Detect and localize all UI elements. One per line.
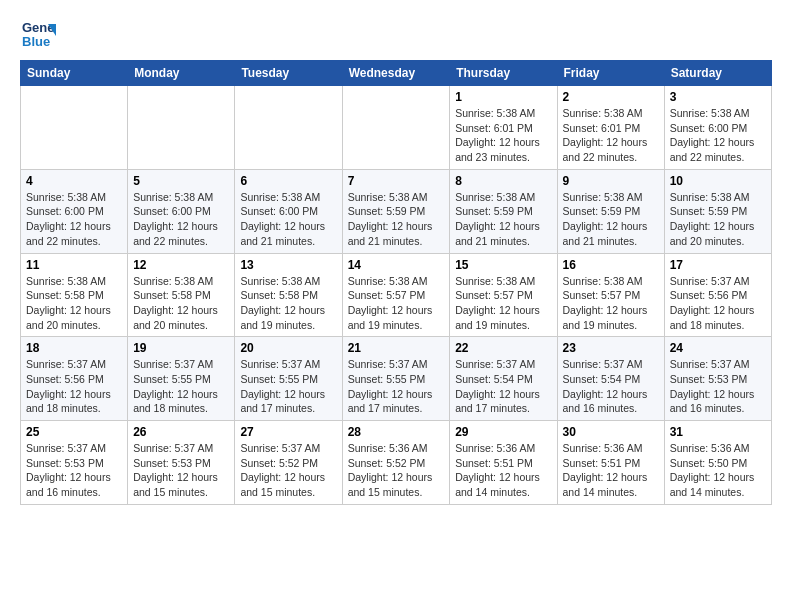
page-header: General Blue <box>20 16 772 52</box>
calendar-cell: 17Sunrise: 5:37 AM Sunset: 5:56 PM Dayli… <box>664 253 771 337</box>
day-info: Sunrise: 5:38 AM Sunset: 5:59 PM Dayligh… <box>563 190 659 249</box>
day-info: Sunrise: 5:36 AM Sunset: 5:52 PM Dayligh… <box>348 441 445 500</box>
day-info: Sunrise: 5:38 AM Sunset: 5:58 PM Dayligh… <box>133 274 229 333</box>
day-info: Sunrise: 5:37 AM Sunset: 5:55 PM Dayligh… <box>240 357 336 416</box>
day-number: 22 <box>455 341 551 355</box>
weekday-header-sunday: Sunday <box>21 61 128 86</box>
day-number: 31 <box>670 425 766 439</box>
calendar-cell: 26Sunrise: 5:37 AM Sunset: 5:53 PM Dayli… <box>128 421 235 505</box>
day-info: Sunrise: 5:37 AM Sunset: 5:56 PM Dayligh… <box>26 357 122 416</box>
day-info: Sunrise: 5:38 AM Sunset: 6:00 PM Dayligh… <box>670 106 766 165</box>
weekday-header-monday: Monday <box>128 61 235 86</box>
weekday-header-tuesday: Tuesday <box>235 61 342 86</box>
calendar-cell: 10Sunrise: 5:38 AM Sunset: 5:59 PM Dayli… <box>664 169 771 253</box>
day-info: Sunrise: 5:38 AM Sunset: 5:57 PM Dayligh… <box>348 274 445 333</box>
calendar-cell: 20Sunrise: 5:37 AM Sunset: 5:55 PM Dayli… <box>235 337 342 421</box>
day-info: Sunrise: 5:36 AM Sunset: 5:51 PM Dayligh… <box>455 441 551 500</box>
calendar-cell: 4Sunrise: 5:38 AM Sunset: 6:00 PM Daylig… <box>21 169 128 253</box>
calendar-cell: 11Sunrise: 5:38 AM Sunset: 5:58 PM Dayli… <box>21 253 128 337</box>
day-number: 10 <box>670 174 766 188</box>
day-number: 20 <box>240 341 336 355</box>
day-number: 12 <box>133 258 229 272</box>
day-info: Sunrise: 5:37 AM Sunset: 5:52 PM Dayligh… <box>240 441 336 500</box>
calendar-table: SundayMondayTuesdayWednesdayThursdayFrid… <box>20 60 772 505</box>
day-number: 11 <box>26 258 122 272</box>
calendar-cell: 14Sunrise: 5:38 AM Sunset: 5:57 PM Dayli… <box>342 253 450 337</box>
day-number: 2 <box>563 90 659 104</box>
calendar-week-row: 25Sunrise: 5:37 AM Sunset: 5:53 PM Dayli… <box>21 421 772 505</box>
calendar-week-row: 18Sunrise: 5:37 AM Sunset: 5:56 PM Dayli… <box>21 337 772 421</box>
calendar-cell <box>342 86 450 170</box>
day-info: Sunrise: 5:37 AM Sunset: 5:55 PM Dayligh… <box>133 357 229 416</box>
day-info: Sunrise: 5:37 AM Sunset: 5:55 PM Dayligh… <box>348 357 445 416</box>
day-number: 9 <box>563 174 659 188</box>
calendar-cell: 25Sunrise: 5:37 AM Sunset: 5:53 PM Dayli… <box>21 421 128 505</box>
day-number: 1 <box>455 90 551 104</box>
day-info: Sunrise: 5:38 AM Sunset: 6:01 PM Dayligh… <box>455 106 551 165</box>
day-number: 28 <box>348 425 445 439</box>
calendar-cell: 23Sunrise: 5:37 AM Sunset: 5:54 PM Dayli… <box>557 337 664 421</box>
day-number: 16 <box>563 258 659 272</box>
day-number: 15 <box>455 258 551 272</box>
day-number: 4 <box>26 174 122 188</box>
calendar-cell: 1Sunrise: 5:38 AM Sunset: 6:01 PM Daylig… <box>450 86 557 170</box>
day-number: 6 <box>240 174 336 188</box>
calendar-cell: 28Sunrise: 5:36 AM Sunset: 5:52 PM Dayli… <box>342 421 450 505</box>
calendar-cell: 12Sunrise: 5:38 AM Sunset: 5:58 PM Dayli… <box>128 253 235 337</box>
day-info: Sunrise: 5:38 AM Sunset: 5:58 PM Dayligh… <box>26 274 122 333</box>
day-info: Sunrise: 5:38 AM Sunset: 6:00 PM Dayligh… <box>240 190 336 249</box>
day-info: Sunrise: 5:38 AM Sunset: 5:59 PM Dayligh… <box>348 190 445 249</box>
day-number: 24 <box>670 341 766 355</box>
day-info: Sunrise: 5:37 AM Sunset: 5:54 PM Dayligh… <box>563 357 659 416</box>
calendar-cell: 7Sunrise: 5:38 AM Sunset: 5:59 PM Daylig… <box>342 169 450 253</box>
day-number: 8 <box>455 174 551 188</box>
calendar-cell: 5Sunrise: 5:38 AM Sunset: 6:00 PM Daylig… <box>128 169 235 253</box>
day-info: Sunrise: 5:36 AM Sunset: 5:51 PM Dayligh… <box>563 441 659 500</box>
calendar-cell: 31Sunrise: 5:36 AM Sunset: 5:50 PM Dayli… <box>664 421 771 505</box>
day-info: Sunrise: 5:37 AM Sunset: 5:53 PM Dayligh… <box>670 357 766 416</box>
day-info: Sunrise: 5:38 AM Sunset: 5:59 PM Dayligh… <box>455 190 551 249</box>
calendar-cell: 29Sunrise: 5:36 AM Sunset: 5:51 PM Dayli… <box>450 421 557 505</box>
day-number: 21 <box>348 341 445 355</box>
day-number: 26 <box>133 425 229 439</box>
day-info: Sunrise: 5:38 AM Sunset: 5:57 PM Dayligh… <box>455 274 551 333</box>
day-info: Sunrise: 5:38 AM Sunset: 6:01 PM Dayligh… <box>563 106 659 165</box>
calendar-cell: 15Sunrise: 5:38 AM Sunset: 5:57 PM Dayli… <box>450 253 557 337</box>
day-number: 25 <box>26 425 122 439</box>
calendar-cell: 19Sunrise: 5:37 AM Sunset: 5:55 PM Dayli… <box>128 337 235 421</box>
calendar-cell: 24Sunrise: 5:37 AM Sunset: 5:53 PM Dayli… <box>664 337 771 421</box>
day-info: Sunrise: 5:38 AM Sunset: 5:59 PM Dayligh… <box>670 190 766 249</box>
calendar-cell: 16Sunrise: 5:38 AM Sunset: 5:57 PM Dayli… <box>557 253 664 337</box>
svg-text:Blue: Blue <box>22 34 50 49</box>
logo-icon: General Blue <box>20 16 56 52</box>
calendar-cell: 3Sunrise: 5:38 AM Sunset: 6:00 PM Daylig… <box>664 86 771 170</box>
day-info: Sunrise: 5:37 AM Sunset: 5:54 PM Dayligh… <box>455 357 551 416</box>
day-number: 7 <box>348 174 445 188</box>
day-info: Sunrise: 5:38 AM Sunset: 6:00 PM Dayligh… <box>26 190 122 249</box>
day-number: 13 <box>240 258 336 272</box>
day-number: 23 <box>563 341 659 355</box>
day-info: Sunrise: 5:36 AM Sunset: 5:50 PM Dayligh… <box>670 441 766 500</box>
day-number: 18 <box>26 341 122 355</box>
day-number: 17 <box>670 258 766 272</box>
day-number: 14 <box>348 258 445 272</box>
calendar-cell: 13Sunrise: 5:38 AM Sunset: 5:58 PM Dayli… <box>235 253 342 337</box>
calendar-week-row: 11Sunrise: 5:38 AM Sunset: 5:58 PM Dayli… <box>21 253 772 337</box>
day-info: Sunrise: 5:37 AM Sunset: 5:53 PM Dayligh… <box>26 441 122 500</box>
day-number: 29 <box>455 425 551 439</box>
calendar-cell: 8Sunrise: 5:38 AM Sunset: 5:59 PM Daylig… <box>450 169 557 253</box>
day-info: Sunrise: 5:37 AM Sunset: 5:56 PM Dayligh… <box>670 274 766 333</box>
calendar-cell <box>235 86 342 170</box>
calendar-week-row: 1Sunrise: 5:38 AM Sunset: 6:01 PM Daylig… <box>21 86 772 170</box>
weekday-header-thursday: Thursday <box>450 61 557 86</box>
calendar-cell: 21Sunrise: 5:37 AM Sunset: 5:55 PM Dayli… <box>342 337 450 421</box>
day-number: 27 <box>240 425 336 439</box>
weekday-header-saturday: Saturday <box>664 61 771 86</box>
calendar-cell: 22Sunrise: 5:37 AM Sunset: 5:54 PM Dayli… <box>450 337 557 421</box>
day-info: Sunrise: 5:37 AM Sunset: 5:53 PM Dayligh… <box>133 441 229 500</box>
day-number: 3 <box>670 90 766 104</box>
day-info: Sunrise: 5:38 AM Sunset: 5:57 PM Dayligh… <box>563 274 659 333</box>
calendar-cell: 18Sunrise: 5:37 AM Sunset: 5:56 PM Dayli… <box>21 337 128 421</box>
day-info: Sunrise: 5:38 AM Sunset: 5:58 PM Dayligh… <box>240 274 336 333</box>
day-number: 19 <box>133 341 229 355</box>
